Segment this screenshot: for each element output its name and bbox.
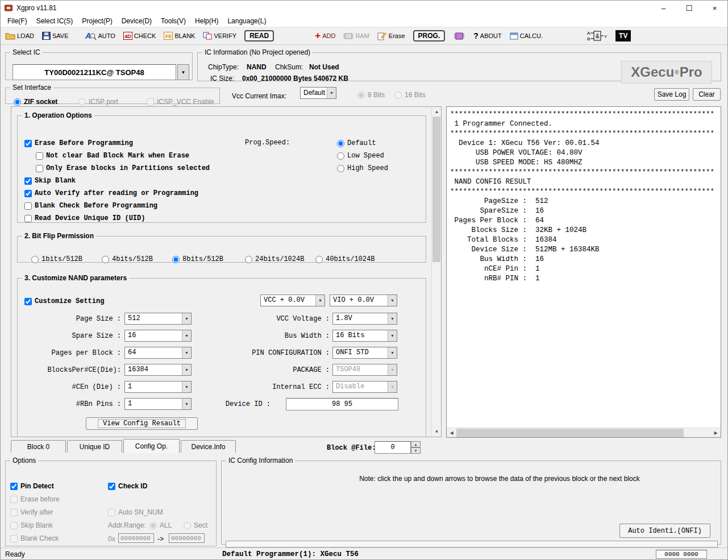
zif-socket-radio[interactable]: ZIF socket <box>14 96 57 107</box>
checkbox[interactable] <box>24 140 32 147</box>
close-button[interactable]: × <box>702 1 727 15</box>
icsp-port-radio[interactable]: ICSP port <box>78 96 118 107</box>
read-button[interactable]: READ <box>244 30 274 42</box>
view-config-result-button[interactable]: View Config Resault <box>86 417 198 430</box>
only-erase-partitions-checkbox[interactable]: Only Erase blocks in Partitions selected <box>36 163 210 174</box>
checkbox[interactable] <box>24 215 32 222</box>
spare-size-combo[interactable]: 16▼ <box>124 330 192 342</box>
menu-item-language[interactable]: Language(L) <box>223 15 271 27</box>
ram-button[interactable]: RAM <box>343 32 369 40</box>
radio[interactable] <box>31 256 39 263</box>
page-size-combo[interactable]: 512▼ <box>124 313 192 325</box>
skip-blank-checkbox[interactable]: Skip Blank <box>24 175 76 186</box>
scroll-up-icon[interactable]: ▲ <box>432 107 442 117</box>
ic-test-button[interactable] <box>453 32 465 40</box>
select-ic-dropdown-button[interactable]: ▼ <box>177 64 189 80</box>
erase-before-programming-checkbox[interactable]: Erase Before Programming <box>24 138 133 149</box>
radio[interactable] <box>184 522 191 529</box>
blank-button[interactable]: FE BLANK <box>164 32 195 40</box>
minimize-button[interactable]: – <box>651 1 676 15</box>
auto-identi-button[interactable]: Auto Identi.(ONFI) <box>619 524 710 538</box>
radio[interactable] <box>102 256 109 263</box>
pin-detect-checkbox[interactable]: Pin Detect <box>10 480 54 492</box>
tab-unique-id[interactable]: Unique ID <box>67 440 122 453</box>
block-at-file-input[interactable] <box>375 441 411 454</box>
checkbox[interactable] <box>24 190 32 197</box>
verify-after-checkbox[interactable]: Verify after <box>10 507 53 518</box>
menu-item-help[interactable]: Help(H) <box>190 15 223 27</box>
menu-item-project[interactable]: Project(P) <box>77 15 117 27</box>
block-at-file-spinner[interactable]: ▲ ▼ <box>411 441 421 454</box>
check-id-checkbox[interactable]: Check ID <box>108 480 147 492</box>
config-panel-scrollbar[interactable]: ▲ ▼ <box>431 107 441 437</box>
checkbox[interactable] <box>24 177 32 185</box>
tab-block-0[interactable]: Block 0 <box>11 440 66 453</box>
check-button[interactable]: 4D CHECK <box>123 32 156 40</box>
speed-default-radio[interactable]: Default <box>337 138 376 149</box>
bitflip-1bits-radio[interactable]: 1bits/512B <box>31 254 82 265</box>
read-uid-checkbox[interactable]: Read Device Unique ID (UID) <box>24 213 145 224</box>
bitflip-8bits-radio[interactable]: 8bits/512B <box>172 254 223 265</box>
load-button[interactable]: LOAD <box>5 32 34 40</box>
checkbox[interactable] <box>10 535 18 542</box>
skip-blank-option-checkbox[interactable]: Skip Blank <box>10 520 53 531</box>
prog-button[interactable]: PROG. <box>413 30 446 42</box>
addr-range-sect-radio[interactable]: Sect <box>184 520 207 531</box>
device-id-field[interactable]: 98 95 <box>286 398 398 410</box>
checkbox[interactable] <box>24 298 32 305</box>
tab-device-info[interactable]: Device.Info <box>181 440 236 453</box>
checkbox[interactable] <box>24 202 32 210</box>
checkbox[interactable] <box>10 509 18 516</box>
vcc-offset-combo[interactable]: VCC + 0.0V▼ <box>260 294 325 306</box>
vio-offset-combo[interactable]: VIO + 0.0V▼ <box>330 294 397 306</box>
rbn-pins-combo[interactable]: 1▼ <box>124 398 192 410</box>
bits16-radio[interactable]: 16 Bits <box>394 89 426 101</box>
erase-before-checkbox[interactable]: Erase before <box>10 493 60 505</box>
checkbox[interactable] <box>10 522 18 529</box>
spin-down-icon[interactable]: ▼ <box>411 447 421 454</box>
auto-sn-num-checkbox[interactable]: Auto SN_NUM <box>108 507 163 518</box>
icsp-vcc-checkbox[interactable]: ICSP_VCC Enable <box>147 96 214 107</box>
bitflip-24bits-radio[interactable]: 24bits/1024B <box>245 254 304 265</box>
checkbox[interactable] <box>108 509 115 516</box>
log-horizontal-scrollbar[interactable]: ◀ ▶ <box>447 428 721 437</box>
package-combo[interactable]: TSOP48▼ <box>332 364 397 376</box>
speed-high-radio[interactable]: High Speed <box>337 163 388 174</box>
radio[interactable] <box>337 140 344 147</box>
menu-item-tools[interactable]: Tools(V) <box>156 15 190 27</box>
erase-button[interactable]: Erase <box>377 32 405 40</box>
blocks-per-ce-combo[interactable]: 16384▼ <box>124 364 192 376</box>
radio[interactable] <box>394 92 402 99</box>
logic-test-button[interactable]: AB&Y <box>587 30 608 42</box>
tab-config-op[interactable]: Config Op. <box>123 439 180 453</box>
about-button[interactable]: ? ABOUT <box>473 31 501 40</box>
blank-check-option-checkbox[interactable]: Blank Check <box>10 533 59 544</box>
calcu-button[interactable]: CALCU. <box>510 32 543 40</box>
radio[interactable] <box>337 152 344 160</box>
radio[interactable] <box>315 256 323 263</box>
radio[interactable] <box>172 256 180 263</box>
radio[interactable] <box>337 165 344 172</box>
checkbox[interactable] <box>108 483 115 490</box>
radio[interactable] <box>149 522 157 529</box>
add-button[interactable]: + ADD <box>315 32 335 39</box>
addr-from-input[interactable] <box>118 533 154 543</box>
checkbox[interactable] <box>10 483 18 490</box>
cen-die-combo[interactable]: 1▼ <box>124 381 192 393</box>
scroll-left-icon[interactable]: ◀ <box>447 428 456 438</box>
bitflip-40bits-radio[interactable]: 40bits/1024B <box>315 254 375 265</box>
addr-range-all-radio[interactable]: ALL <box>149 520 172 531</box>
menu-item-device[interactable]: Device(D) <box>117 15 156 27</box>
customize-setting-checkbox[interactable]: Customize Setting <box>24 296 104 307</box>
scroll-right-icon[interactable]: ▶ <box>711 428 721 438</box>
save-log-button[interactable]: Save Log <box>654 88 689 101</box>
menu-item-file[interactable]: File(F) <box>3 15 32 27</box>
radio[interactable] <box>14 98 21 106</box>
checkbox[interactable] <box>36 152 43 160</box>
internal-ecc-combo[interactable]: Disable▼ <box>332 381 397 393</box>
checkbox[interactable] <box>147 98 154 106</box>
radio[interactable] <box>245 256 252 263</box>
speed-low-radio[interactable]: Low Speed <box>337 150 384 161</box>
radio[interactable] <box>357 92 365 99</box>
radio[interactable] <box>78 98 86 106</box>
